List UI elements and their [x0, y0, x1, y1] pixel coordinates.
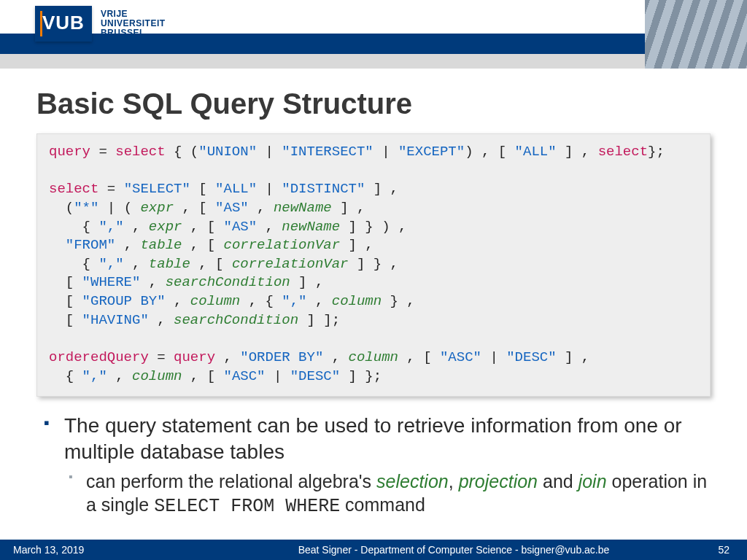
bullet-main: The query statement can be used to retri… — [39, 413, 711, 518]
sub-suffix: command — [340, 494, 425, 515]
logo-line3: BRUSSEL — [101, 28, 166, 38]
footer-date: March 13, 2019 — [0, 544, 248, 556]
logo-abbrev: VUB — [35, 6, 92, 42]
word-join: join — [578, 471, 607, 491]
bullet-main-text: The query statement can be used to retri… — [64, 414, 682, 463]
sub-bullet: can perform the relational algebra's sel… — [64, 470, 711, 518]
logo-text: VRIJE UNIVERSITEIT BRUSSEL — [101, 9, 166, 39]
word-selection: selection — [376, 471, 449, 491]
slide-header: VUB VRIJE UNIVERSITEIT BRUSSEL — [0, 0, 747, 58]
slide-title: Basic SQL Query Structure — [36, 88, 711, 120]
header-building-photo — [645, 0, 747, 69]
bullet-list: The query statement can be used to retri… — [36, 413, 711, 518]
logo-line1: VRIJE — [101, 9, 166, 19]
mono-cmd: SELECT FROM WHERE — [154, 496, 340, 517]
grammar-code-block: query = select { ("UNION" | "INTERSECT" … — [36, 133, 711, 397]
header-gray-band — [0, 54, 747, 69]
word-projection: projection — [459, 471, 538, 491]
sub-bullet-list: can perform the relational algebra's sel… — [64, 470, 711, 518]
slide-content: Basic SQL Query Structure query = select… — [0, 73, 747, 540]
footer-center: Beat Signer - Department of Computer Sci… — [248, 544, 659, 556]
footer-page: 52 — [659, 544, 747, 556]
comma1: , — [449, 471, 459, 491]
and-text: and — [538, 471, 578, 491]
vub-logo: VUB VRIJE UNIVERSITEIT BRUSSEL — [35, 6, 166, 42]
slide-footer: March 13, 2019 Beat Signer - Department … — [0, 540, 747, 560]
sub-prefix: can perform the relational algebra's — [86, 471, 376, 491]
